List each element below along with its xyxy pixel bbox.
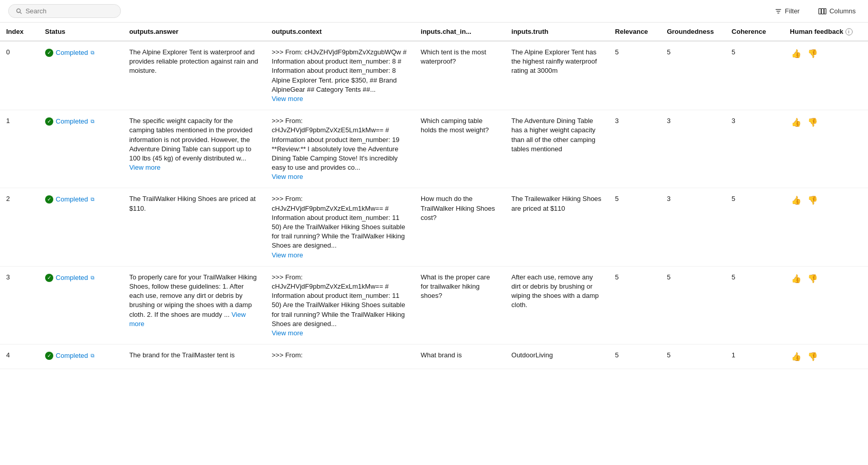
cell-human-feedback: 👍 👎 — [784, 266, 868, 344]
cell-truth: The Alpine Explorer Tent has the highest… — [505, 41, 609, 110]
feedback-buttons: 👍 👎 — [790, 116, 862, 128]
thumbs-down-button[interactable]: 👎 — [807, 351, 819, 362]
cell-answer: The TrailWalker Hiking Shoes are priced … — [123, 188, 265, 266]
col-header-index: Index — [0, 23, 39, 41]
svg-rect-5 — [819, 8, 821, 14]
search-input[interactable] — [26, 7, 113, 15]
cell-chat-in: What brand is — [415, 345, 505, 369]
external-link-icon[interactable]: ⧉ — [91, 49, 94, 56]
cell-chat-in: Which tent is the most waterproof? — [415, 41, 505, 110]
cell-groundedness: 5 — [660, 266, 725, 344]
thumbs-up-button[interactable]: 👍 — [790, 48, 802, 59]
feedback-buttons: 👍 👎 — [790, 273, 862, 285]
table-row: 4 ✓ Completed ⧉ The brand for the TrailM… — [0, 345, 868, 369]
thumbs-down-button[interactable]: 👎 — [807, 194, 819, 206]
svg-point-0 — [17, 9, 20, 12]
table-container: Index Status outputs.answer outputs.cont… — [0, 23, 868, 369]
context-text: >>> From: — [272, 351, 302, 359]
context-view-more[interactable]: View more — [272, 173, 303, 180]
cell-status: ✓ Completed ⧉ — [39, 41, 123, 110]
cell-human-feedback: 👍 👎 — [784, 345, 868, 369]
feedback-buttons: 👍 👎 — [790, 351, 862, 362]
external-link-icon[interactable]: ⧉ — [91, 118, 94, 125]
status-badge: ✓ Completed ⧉ — [45, 48, 94, 57]
cell-chat-in: Which camping table holds the most weigh… — [415, 110, 505, 188]
col-header-relevance: Relevance — [609, 23, 660, 41]
cell-relevance: 5 — [609, 345, 660, 369]
table-row: 3 ✓ Completed ⧉ To properly care for you… — [0, 266, 868, 344]
col-header-status: Status — [39, 23, 123, 41]
context-view-more[interactable]: View more — [272, 95, 303, 103]
cell-answer: The brand for the TrailMaster tent is — [123, 345, 265, 369]
cell-relevance: 5 — [609, 266, 660, 344]
cell-groundedness: 5 — [660, 41, 725, 110]
context-text: >>> From: cHJvZHVjdF9pbmZvXzExLm1kMw== #… — [272, 273, 405, 328]
col-header-answer: outputs.answer — [123, 23, 265, 41]
thumbs-up-button[interactable]: 👍 — [790, 351, 802, 362]
filter-icon — [775, 8, 782, 15]
status-check-icon: ✓ — [45, 195, 53, 204]
cell-status: ✓ Completed ⧉ — [39, 110, 123, 188]
context-text: >>> From: cHJvZHVjdF9pbmZvXzExLm1kMw== #… — [272, 195, 405, 249]
search-icon — [16, 8, 23, 15]
cell-answer: The specific weight capacity for the cam… — [123, 110, 265, 188]
cell-truth: The Adventure Dining Table has a higher … — [505, 110, 609, 188]
col-header-coherence: Coherence — [726, 23, 784, 41]
cell-chat-in: What is the proper care for trailwalker … — [415, 266, 505, 344]
context-text: >>> From: cHJvZHVjdF9pbmZvXzgubWQw # Inf… — [272, 48, 406, 93]
thumbs-down-button[interactable]: 👎 — [807, 273, 819, 285]
cell-truth: The Trailewalker Hiking Shoes are priced… — [505, 188, 609, 266]
status-link[interactable]: Completed — [56, 48, 88, 57]
cell-coherence: 1 — [726, 345, 784, 369]
thumbs-down-button[interactable]: 👎 — [807, 48, 819, 59]
context-view-more[interactable]: View more — [272, 251, 303, 259]
thumbs-up-button[interactable]: 👍 — [790, 273, 802, 285]
col-header-chat: inputs.chat_in... — [415, 23, 505, 41]
cell-index: 1 — [0, 110, 39, 188]
filter-button[interactable]: Filter — [771, 5, 804, 17]
status-link[interactable]: Completed — [56, 117, 88, 126]
status-badge: ✓ Completed ⧉ — [45, 351, 94, 360]
feedback-buttons: 👍 👎 — [790, 194, 862, 206]
thumbs-up-button[interactable]: 👍 — [790, 116, 802, 128]
external-link-icon[interactable]: ⧉ — [91, 274, 94, 281]
cell-groundedness: 3 — [660, 110, 725, 188]
external-link-icon[interactable]: ⧉ — [91, 196, 94, 203]
columns-label: Columns — [830, 7, 856, 15]
context-view-more[interactable]: View more — [272, 329, 303, 337]
cell-chat-in: How much do the TrailWalker Hiking Shoes… — [415, 188, 505, 266]
feedback-info-icon[interactable]: i — [845, 28, 853, 35]
cell-context: >>> From: cHJvZHVjdF9pbmZvXzExLm1kMw== #… — [265, 266, 415, 344]
status-link[interactable]: Completed — [56, 195, 88, 204]
cell-status: ✓ Completed ⧉ — [39, 188, 123, 266]
cell-context: >>> From: cHJvZHVjdF9pbmZvXzExLm1kMw== #… — [265, 188, 415, 266]
cell-human-feedback: 👍 👎 — [784, 41, 868, 110]
cell-coherence: 5 — [726, 188, 784, 266]
status-check-icon: ✓ — [45, 49, 53, 57]
cell-status: ✓ Completed ⧉ — [39, 345, 123, 369]
thumbs-down-button[interactable]: 👎 — [807, 116, 819, 128]
cell-context: >>> From: cHJvZHVjdF9pbmZvXzE5Lm1kMw== #… — [265, 110, 415, 188]
col-header-feedback: Human feedback i — [784, 23, 868, 41]
answer-text: The Alpine Explorer Tent is waterproof a… — [129, 48, 258, 74]
status-link[interactable]: Completed — [56, 351, 88, 360]
col-header-groundedness: Groundedness — [660, 23, 725, 41]
cell-relevance: 3 — [609, 110, 660, 188]
cell-groundedness: 5 — [660, 345, 725, 369]
answer-text: The TrailWalker Hiking Shoes are priced … — [129, 195, 256, 212]
svg-rect-6 — [821, 8, 823, 14]
cell-relevance: 5 — [609, 41, 660, 110]
cell-index: 3 — [0, 266, 39, 344]
status-check-icon: ✓ — [45, 352, 53, 360]
status-link[interactable]: Completed — [56, 273, 88, 282]
cell-relevance: 5 — [609, 188, 660, 266]
thumbs-up-button[interactable]: 👍 — [790, 194, 802, 206]
external-link-icon[interactable]: ⧉ — [91, 352, 94, 359]
filter-label: Filter — [785, 7, 800, 15]
columns-button[interactable]: Columns — [814, 5, 860, 17]
cell-index: 2 — [0, 188, 39, 266]
cell-index: 0 — [0, 41, 39, 110]
status-check-icon: ✓ — [45, 274, 53, 282]
answer-view-more[interactable]: View more — [129, 164, 160, 171]
search-box[interactable] — [8, 4, 121, 18]
